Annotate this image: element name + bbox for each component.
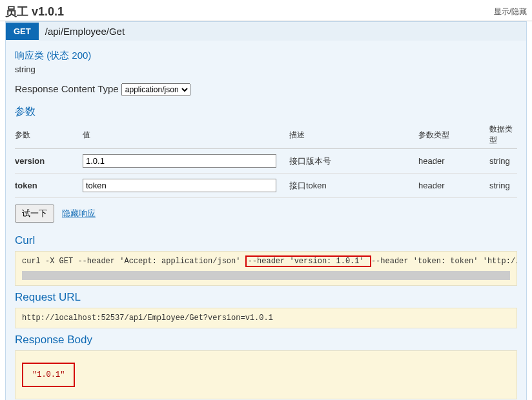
param-desc: 接口版本号 bbox=[289, 149, 418, 174]
curl-section: Curl curl -X GET --header 'Accept: appli… bbox=[15, 234, 517, 286]
param-paramtype: header bbox=[418, 174, 489, 198]
response-class-title: 响应类 (状态 200) bbox=[15, 50, 517, 62]
param-value-input[interactable] bbox=[83, 179, 276, 192]
parameters-title: 参数 bbox=[15, 105, 517, 119]
parameters-table: 参数 值 描述 参数类型 数据类型 version 接口版本号 header s… bbox=[15, 121, 517, 198]
curl-title: Curl bbox=[15, 234, 517, 247]
request-url-title: Request URL bbox=[15, 291, 517, 304]
operation-path: /api/Employee/Get bbox=[39, 22, 131, 41]
param-value-input[interactable] bbox=[83, 154, 276, 168]
try-row: 试一下 隐藏响应 bbox=[15, 198, 517, 229]
response-body-code: "1.0.1" bbox=[15, 350, 517, 399]
param-paramtype: header bbox=[418, 149, 489, 174]
col-param-name: 参数 bbox=[15, 121, 83, 149]
hide-response-link[interactable]: 隐藏响应 bbox=[62, 208, 96, 218]
response-type: string bbox=[15, 65, 517, 74]
operation-header[interactable]: GET /api/Employee/Get bbox=[6, 22, 526, 41]
http-method-badge: GET bbox=[6, 23, 39, 40]
content-type-select[interactable]: application/json bbox=[121, 83, 190, 96]
col-data-type: 数据类型 bbox=[489, 121, 517, 149]
param-datatype: string bbox=[489, 174, 517, 198]
col-param-desc: 描述 bbox=[289, 121, 418, 149]
col-param-type: 参数类型 bbox=[418, 121, 489, 149]
toggle-visibility-link[interactable]: 显示/隐藏 bbox=[494, 6, 527, 17]
col-param-value: 值 bbox=[83, 121, 289, 149]
operation-panel: GET /api/Employee/Get 响应类 (状态 200) strin… bbox=[5, 21, 527, 400]
param-name: version bbox=[15, 149, 83, 174]
curl-code: curl -X GET --header 'Accept: applicatio… bbox=[15, 251, 517, 286]
param-desc: 接口token bbox=[289, 174, 418, 198]
param-name: token bbox=[15, 174, 83, 198]
request-url-code: http://localhost:52537/api/Employee/Get?… bbox=[15, 308, 517, 328]
table-row: version 接口版本号 header string bbox=[15, 149, 517, 174]
param-datatype: string bbox=[489, 149, 517, 174]
curl-highlight: --header 'version: 1.0.1' bbox=[245, 255, 371, 267]
content-type-row: Response Content Type application/json bbox=[15, 83, 517, 96]
table-row: token 接口token header string bbox=[15, 174, 517, 198]
try-it-button[interactable]: 试一下 bbox=[15, 205, 54, 223]
response-highlight: "1.0.1" bbox=[22, 363, 75, 387]
response-body-title: Response Body bbox=[15, 334, 517, 346]
request-url-section: Request URL http://localhost:52537/api/E… bbox=[15, 291, 517, 328]
section-title: 员工 v1.0.1 bbox=[5, 4, 64, 19]
operation-body: 响应类 (状态 200) string Response Content Typ… bbox=[6, 41, 526, 400]
content-type-label: Response Content Type bbox=[15, 83, 119, 94]
response-body-section: Response Body "1.0.1" bbox=[15, 334, 517, 399]
section-header: 员工 v1.0.1 显示/隐藏 bbox=[0, 0, 532, 21]
